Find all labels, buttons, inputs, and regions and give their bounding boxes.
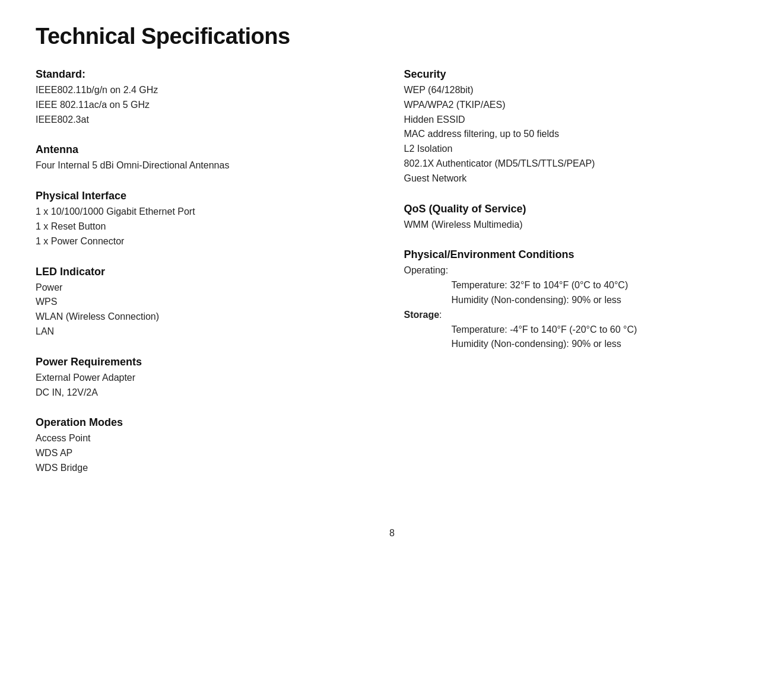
section-physical-environment: Physical/Environment Conditions Operatin… xyxy=(404,249,749,352)
qos-heading: QoS (Quality of Service) xyxy=(404,203,749,215)
section-security: Security WEP (64/128bit) WPA/WPA2 (TKIP/… xyxy=(404,68,749,186)
antenna-heading: Antenna xyxy=(36,144,369,156)
physical-environment-heading: Physical/Environment Conditions xyxy=(404,249,749,261)
security-item-7: Guest Network xyxy=(404,171,749,186)
security-item-1: WEP (64/128bit) xyxy=(404,83,749,98)
storage-humidity: Humidity (Non-condensing): 90% or less xyxy=(404,337,749,352)
page-number: 8 xyxy=(36,528,748,539)
section-led-indicator: LED Indicator Power WPS WLAN (Wireless C… xyxy=(36,266,369,339)
section-antenna: Antenna Four Internal 5 dBi Omni-Directi… xyxy=(36,144,369,173)
standard-item-3: IEEE802.3at xyxy=(36,113,369,128)
section-standard: Standard: IEEE802.11b/g/n on 2.4 GHz IEE… xyxy=(36,68,369,127)
operating-label: Operating: xyxy=(404,263,749,278)
security-item-4: MAC address filtering, up to 50 fields xyxy=(404,127,749,142)
physical-interface-heading: Physical Interface xyxy=(36,190,369,202)
security-item-3: Hidden ESSID xyxy=(404,113,749,128)
security-heading: Security xyxy=(404,68,749,81)
section-qos: QoS (Quality of Service) WMM (Wireless M… xyxy=(404,203,749,233)
storage-temp: Temperature: -4°F to 140°F (-20°C to 60 … xyxy=(404,323,749,338)
page-title: Technical Specifications xyxy=(36,24,748,49)
led-item-1: Power xyxy=(36,281,369,295)
section-power-requirements: Power Requirements External Power Adapte… xyxy=(36,356,369,400)
antenna-item-1: Four Internal 5 dBi Omni-Directional Ant… xyxy=(36,158,369,173)
security-item-6: 802.1X Authenticator (MD5/TLS/TTLS/PEAP) xyxy=(404,157,749,171)
operation-modes-item-1: Access Point xyxy=(36,431,369,446)
content-wrapper: Standard: IEEE802.11b/g/n on 2.4 GHz IEE… xyxy=(36,68,748,492)
led-item-2: WPS xyxy=(36,295,369,310)
led-indicator-heading: LED Indicator xyxy=(36,266,369,278)
qos-item-1: WMM (Wireless Multimedia) xyxy=(404,218,749,233)
physical-interface-item-3: 1 x Power Connector xyxy=(36,234,369,249)
standard-item-1: IEEE802.11b/g/n on 2.4 GHz xyxy=(36,83,369,98)
physical-interface-item-1: 1 x 10/100/1000 Gigabit Ethernet Port xyxy=(36,205,369,219)
operating-temp: Temperature: 32°F to 104°F (0°C to 40°C) xyxy=(404,278,749,293)
operation-modes-item-2: WDS AP xyxy=(36,446,369,461)
storage-label-text: Storage xyxy=(404,310,440,320)
section-operation-modes: Operation Modes Access Point WDS AP WDS … xyxy=(36,416,369,475)
security-item-5: L2 Isolation xyxy=(404,142,749,157)
standard-heading: Standard: xyxy=(36,68,369,81)
led-item-3: WLAN (Wireless Connection) xyxy=(36,310,369,324)
operation-modes-item-3: WDS Bridge xyxy=(36,461,369,476)
security-item-2: WPA/WPA2 (TKIP/AES) xyxy=(404,98,749,113)
left-column: Standard: IEEE802.11b/g/n on 2.4 GHz IEE… xyxy=(36,68,392,492)
standard-item-2: IEEE 802.11ac/a on 5 GHz xyxy=(36,98,369,113)
power-requirements-heading: Power Requirements xyxy=(36,356,369,368)
power-item-1: External Power Adapter xyxy=(36,371,369,386)
section-physical-interface: Physical Interface 1 x 10/100/1000 Gigab… xyxy=(36,190,369,249)
storage-colon: : xyxy=(439,310,442,320)
storage-label: Storage: xyxy=(404,308,749,323)
led-item-4: LAN xyxy=(36,324,369,339)
operating-humidity: Humidity (Non-condensing): 90% or less xyxy=(404,293,749,308)
physical-interface-item-2: 1 x Reset Button xyxy=(36,219,369,234)
power-item-2: DC IN, 12V/2A xyxy=(36,386,369,400)
operation-modes-heading: Operation Modes xyxy=(36,416,369,429)
right-column: Security WEP (64/128bit) WPA/WPA2 (TKIP/… xyxy=(392,68,749,492)
